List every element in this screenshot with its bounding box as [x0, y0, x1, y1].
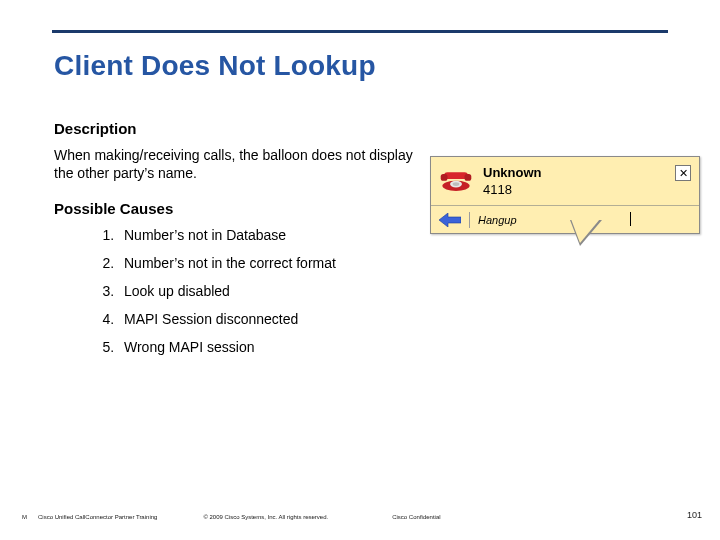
cause-item: Wrong MAPI session: [118, 339, 666, 355]
caller-number: 4118: [483, 182, 689, 197]
arrow-left-icon[interactable]: [439, 212, 461, 228]
top-rule: [52, 30, 668, 33]
telephone-icon: [439, 165, 473, 193]
hangup-button[interactable]: Hangup: [478, 214, 517, 226]
footer-text-2: © 2009 Cisco Systems, Inc. All rights re…: [203, 514, 328, 520]
svg-marker-6: [439, 213, 461, 227]
footer-text-1: Cisco Unified CallConnector Partner Trai…: [38, 514, 157, 520]
description-text: When making/receiving calls, the balloon…: [54, 147, 414, 182]
footer: M Cisco Unified CallConnector Partner Tr…: [0, 514, 720, 520]
footer-text-3: Cisco Confidential: [392, 514, 440, 520]
slide-title: Client Does Not Lookup: [54, 50, 376, 82]
slide: Client Does Not Lookup Description When …: [0, 0, 720, 540]
cause-item: Look up disabled: [118, 283, 666, 299]
balloon-bottom: Hangup: [431, 205, 699, 233]
balloon-top: Unknown 4118 ✕: [431, 157, 699, 205]
call-balloon: Unknown 4118 ✕ Hangup: [430, 156, 700, 234]
close-button[interactable]: ✕: [675, 165, 691, 181]
cause-item: MAPI Session disconnected: [118, 311, 666, 327]
text-cursor: [630, 212, 631, 226]
cause-item: Number’s not in the correct format: [118, 255, 666, 271]
svg-point-5: [453, 182, 460, 186]
balloon-body: Unknown 4118 ✕ Hangup: [430, 156, 700, 234]
svg-rect-2: [441, 174, 448, 181]
balloon-text: Unknown 4118: [483, 165, 689, 197]
page-number: 101: [687, 510, 702, 520]
caller-name: Unknown: [483, 165, 689, 180]
svg-rect-3: [465, 174, 472, 181]
causes-list: Number’s not in Database Number’s not in…: [118, 227, 666, 355]
separator: [469, 212, 470, 228]
description-heading: Description: [54, 120, 666, 137]
svg-rect-1: [444, 172, 468, 179]
footer-marker: M: [22, 514, 38, 520]
